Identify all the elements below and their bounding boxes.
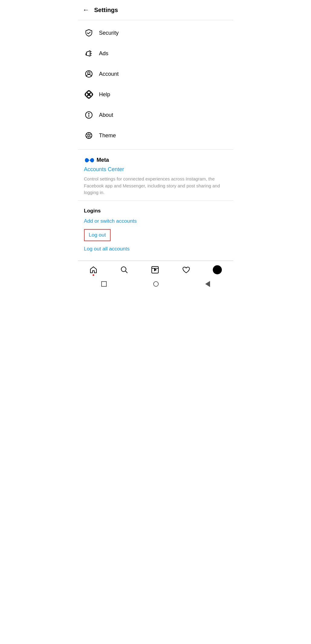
svg-line-25 xyxy=(125,271,127,273)
nav-search[interactable] xyxy=(116,264,132,275)
android-recent-button[interactable] xyxy=(101,281,107,287)
menu-item-account[interactable]: Account xyxy=(78,64,233,84)
svg-line-2 xyxy=(90,55,91,55)
profile-icon xyxy=(213,265,222,274)
settings-menu: Security Ads Account xyxy=(78,20,233,148)
menu-item-ads[interactable]: Ads xyxy=(78,43,233,64)
android-triangle-icon xyxy=(205,281,210,287)
reels-icon xyxy=(151,266,159,274)
home-icon xyxy=(89,266,98,274)
svg-point-19 xyxy=(90,136,91,137)
back-button[interactable]: ← xyxy=(83,5,92,15)
help-label: Help xyxy=(99,91,110,98)
home-notification-dot xyxy=(92,274,94,276)
ads-label: Ads xyxy=(99,50,109,57)
svg-point-21 xyxy=(86,136,87,137)
theme-icon xyxy=(84,131,94,140)
security-label: Security xyxy=(99,30,119,36)
menu-item-help[interactable]: Help xyxy=(78,84,233,105)
heart-icon xyxy=(182,266,190,274)
theme-label: Theme xyxy=(99,132,116,139)
svg-line-0 xyxy=(90,52,91,52)
shield-check-icon xyxy=(84,28,94,38)
menu-item-security[interactable]: Security xyxy=(78,23,233,43)
menu-item-theme[interactable]: Theme xyxy=(78,125,233,146)
account-icon xyxy=(84,69,94,79)
menu-item-about[interactable]: About xyxy=(78,105,233,125)
section-divider-1 xyxy=(78,149,233,150)
android-nav-bar xyxy=(78,278,233,291)
help-icon xyxy=(84,90,94,99)
android-circle-icon xyxy=(153,281,159,287)
account-label: Account xyxy=(99,71,119,77)
meta-logo-text: Meta xyxy=(97,157,109,163)
nav-home[interactable] xyxy=(86,264,101,275)
logout-all-accounts-link[interactable]: Log out all accounts xyxy=(84,246,227,252)
section-divider-2 xyxy=(78,200,233,201)
search-icon xyxy=(120,266,128,274)
logins-section: Logins Add or switch accounts Log out Lo… xyxy=(78,202,233,257)
meta-description: Control settings for connected experienc… xyxy=(84,176,227,196)
svg-point-5 xyxy=(88,72,90,74)
info-icon xyxy=(84,110,94,120)
svg-point-22 xyxy=(86,134,87,135)
about-label: About xyxy=(99,112,113,118)
logins-title: Logins xyxy=(84,208,227,214)
nav-reels[interactable] xyxy=(147,264,163,275)
svg-point-18 xyxy=(90,134,91,135)
android-home-button[interactable] xyxy=(153,281,159,287)
add-switch-accounts-link[interactable]: Add or switch accounts xyxy=(84,218,227,224)
nav-profile[interactable] xyxy=(209,264,225,276)
accounts-center-link[interactable]: Accounts Center xyxy=(84,166,227,173)
meta-logo-icon xyxy=(84,157,95,163)
meta-accounts-section: Meta Accounts Center Control settings fo… xyxy=(78,151,233,199)
bottom-navigation xyxy=(78,261,233,278)
settings-header: ← Settings xyxy=(78,0,233,20)
logout-button-wrapper[interactable]: Log out xyxy=(84,229,111,241)
logout-button-text: Log out xyxy=(89,232,106,238)
svg-point-20 xyxy=(88,137,89,138)
android-square-icon xyxy=(101,281,107,287)
svg-marker-27 xyxy=(154,268,157,271)
page-title: Settings xyxy=(94,7,118,14)
back-arrow-icon: ← xyxy=(83,6,89,14)
ads-icon xyxy=(84,49,94,58)
nav-heart[interactable] xyxy=(178,264,194,275)
meta-logo-row: Meta xyxy=(84,157,227,163)
svg-point-23 xyxy=(88,135,90,137)
android-back-button[interactable] xyxy=(205,281,210,287)
svg-point-17 xyxy=(88,133,89,134)
svg-point-15 xyxy=(89,113,89,114)
